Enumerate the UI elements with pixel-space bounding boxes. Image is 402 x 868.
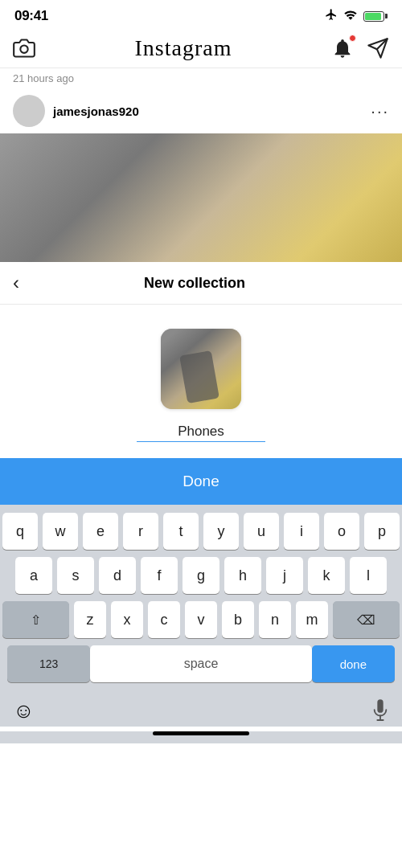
- svg-rect-3: [377, 699, 383, 713]
- done-button-bar: Done: [0, 458, 402, 505]
- key-x[interactable]: x: [111, 601, 143, 638]
- shift-key[interactable]: ⇧: [2, 601, 69, 638]
- key-z[interactable]: z: [74, 601, 106, 638]
- instagram-logo: Instagram: [135, 35, 232, 61]
- key-t[interactable]: t: [163, 513, 199, 550]
- camera-button[interactable]: [13, 37, 35, 59]
- key-u[interactable]: u: [244, 513, 279, 550]
- key-w[interactable]: w: [43, 513, 78, 550]
- back-button[interactable]: ‹: [13, 273, 19, 293]
- numbers-key[interactable]: 123: [7, 645, 90, 682]
- collection-thumbnail: [161, 329, 241, 409]
- post-time: 21 hours ago: [0, 68, 402, 88]
- key-e[interactable]: e: [83, 513, 118, 550]
- airplane-icon: [325, 8, 338, 24]
- key-n[interactable]: n: [259, 601, 291, 638]
- keyboard-bottom-row: 123 space done: [2, 645, 400, 682]
- post-header: jamesjonas920 ···: [0, 88, 402, 133]
- username: jamesjonas920: [53, 104, 139, 118]
- key-k[interactable]: k: [308, 557, 345, 594]
- battery-icon: [363, 11, 388, 22]
- delete-key[interactable]: ⌫: [333, 601, 400, 638]
- keyboard-row-1: q w e r t y u i o p: [2, 513, 400, 550]
- key-d[interactable]: d: [99, 557, 136, 594]
- instagram-header: Instagram: [0, 29, 402, 68]
- collection-name-input[interactable]: [137, 422, 265, 442]
- home-bar: [153, 731, 249, 735]
- keyboard-done-key[interactable]: done: [312, 645, 395, 682]
- key-f[interactable]: f: [141, 557, 178, 594]
- home-bar-area: [0, 731, 402, 743]
- emoji-key[interactable]: ☺: [13, 698, 35, 723]
- header-icons: [331, 37, 389, 59]
- avatar: [13, 95, 45, 127]
- keyboard-row-2: a s d f g h j k l: [2, 557, 400, 594]
- direct-messages-button[interactable]: [367, 37, 389, 59]
- new-collection-title: New collection: [29, 275, 360, 292]
- status-icons: [325, 8, 388, 24]
- keyboard: q w e r t y u i o p a s d f g h j k l ⇧ …: [0, 505, 402, 692]
- key-q[interactable]: q: [2, 513, 38, 550]
- key-j[interactable]: j: [266, 557, 303, 594]
- key-b[interactable]: b: [222, 601, 254, 638]
- key-y[interactable]: y: [203, 513, 239, 550]
- key-h[interactable]: h: [224, 557, 261, 594]
- wifi-icon: [343, 8, 358, 24]
- key-s[interactable]: s: [57, 557, 94, 594]
- key-c[interactable]: c: [148, 601, 180, 638]
- space-key[interactable]: space: [90, 645, 311, 682]
- key-a[interactable]: a: [15, 557, 52, 594]
- keyboard-row-3: ⇧ z x c v b n m ⌫: [2, 601, 400, 638]
- key-r[interactable]: r: [123, 513, 158, 550]
- key-l[interactable]: l: [350, 557, 387, 594]
- new-collection-bar: ‹ New collection: [0, 262, 402, 305]
- notifications-button[interactable]: [331, 37, 354, 59]
- key-p[interactable]: p: [364, 513, 400, 550]
- notification-badge: [349, 35, 356, 42]
- collection-content: [0, 305, 402, 458]
- key-v[interactable]: v: [185, 601, 217, 638]
- status-time: 09:41: [14, 8, 48, 24]
- more-options-button[interactable]: ···: [371, 102, 389, 121]
- key-i[interactable]: i: [284, 513, 319, 550]
- microphone-key[interactable]: [371, 699, 389, 723]
- svg-point-0: [20, 46, 27, 53]
- done-button[interactable]: Done: [0, 473, 402, 490]
- keyboard-extras: ☺: [0, 692, 402, 727]
- key-g[interactable]: g: [183, 557, 219, 594]
- status-bar: 09:41: [0, 0, 402, 29]
- post-user: jamesjonas920: [13, 95, 139, 127]
- key-m[interactable]: m: [296, 601, 328, 638]
- post-image: [0, 133, 402, 262]
- key-o[interactable]: o: [324, 513, 359, 550]
